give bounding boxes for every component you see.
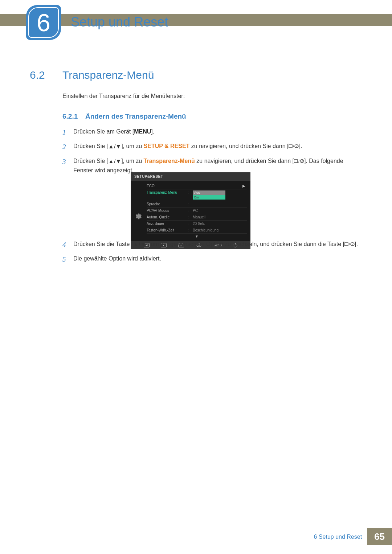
step-text-2: Drücken Sie [▲/▼], um zu SETUP & RESET z… (73, 141, 363, 152)
osd-option-aus: Aus (193, 190, 225, 195)
chapter-title: Setup und Reset (71, 15, 168, 30)
osd-header: SETUP&RESET (131, 172, 250, 181)
nav-target-transparency: Transparenz-Menü (144, 158, 195, 164)
osd-option-ein: Ein (193, 195, 225, 200)
up-down-icon: ▲/▼ (108, 142, 121, 151)
up-down-icon: ▲/▼ (133, 240, 146, 249)
nav-target-setup: SETUP & RESET (144, 143, 190, 149)
svg-rect-0 (289, 145, 292, 148)
up-down-icon: ▲/▼ (108, 157, 121, 166)
rect-enter-icon: / (294, 157, 304, 166)
osd-row-duration: Anz. dauer : 20 Sek. (147, 221, 247, 227)
section-number: 6.2 (30, 69, 45, 81)
step-text-5: Die gewählte Option wird aktiviert. (73, 254, 363, 265)
chapter-badge: 6 (26, 5, 61, 40)
subsection-number: 6.2.1 (62, 112, 78, 120)
osd-row-sprache: Sprache : (147, 201, 247, 208)
subsection-title: Ändern des Transparenz-Menü (85, 112, 186, 120)
rect-enter-icon: / (289, 142, 299, 151)
chapter-number: 6 (37, 8, 50, 37)
chevron-down-icon: ▼ (147, 234, 247, 239)
svg-text:/: / (293, 144, 294, 148)
step-text-4: Drücken Sie die Taste [▲/▼], um zur gewü… (73, 239, 363, 250)
page-footer: 6 Setup und Reset 65 (309, 528, 392, 545)
steps-list-continued: 4 Drücken Sie die Taste [▲/▼], um zur ge… (62, 239, 363, 269)
osd-row-keyrepeat: Tasten-Wdh.-Zeit : Beschleunigung (147, 227, 247, 234)
svg-text:/: / (298, 159, 300, 163)
footer-page-number: 65 (367, 528, 392, 545)
rect-enter-icon: / (344, 240, 355, 249)
gear-icon (131, 181, 147, 240)
osd-row-source: Autom. Quelle : Manuell (147, 214, 247, 221)
svg-text:/: / (349, 242, 350, 246)
osd-row-eco: ECO ▶ (147, 183, 247, 189)
section-intro: Einstellen der Transparenz für die Menüf… (62, 93, 185, 99)
footer-chapter-ref: 6 Setup und Reset (309, 528, 367, 545)
menu-key-label: MENU (134, 128, 151, 135)
step-number-1: 1 (62, 127, 73, 138)
osd-row-pcav: PC/AV-Modus : PC (147, 208, 247, 214)
svg-rect-7 (344, 243, 348, 246)
osd-row-transparency: Transparenz-Menü : Aus Ein (147, 189, 247, 201)
step-number-4: 4 (62, 239, 73, 250)
chevron-right-icon: ▶ (242, 184, 245, 188)
svg-rect-3 (294, 160, 298, 163)
step-text-1: Drücken Sie am Gerät [MENU]. (73, 127, 363, 138)
step-number-2: 2 (62, 141, 73, 152)
steps-list: 1 Drücken Sie am Gerät [MENU]. 2 Drücken… (62, 127, 363, 179)
step-number-3: 3 (62, 156, 73, 175)
section-title: Transparenz-Menü (62, 69, 154, 81)
step-number-5: 5 (62, 254, 73, 265)
osd-menu-screenshot: SETUP&RESET ECO ▶ Transparenz-Menü : Aus… (131, 172, 250, 249)
